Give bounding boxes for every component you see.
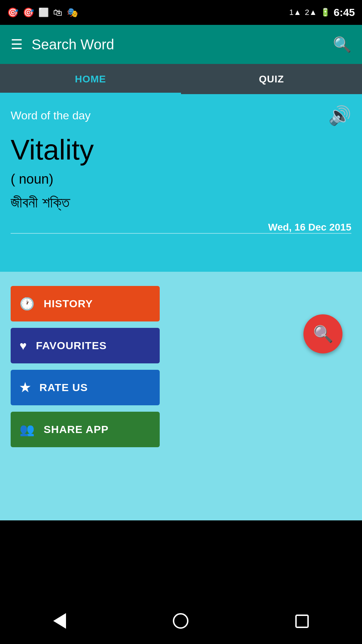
back-icon — [53, 613, 66, 629]
actions-section: 🕐 HISTORY ♥ FAVOURITES ★ RATE US 👥 SHARE… — [0, 272, 362, 520]
signal-2: 2▲ — [305, 8, 317, 17]
favourites-label: FAVOURITES — [36, 340, 106, 352]
history-label: HISTORY — [44, 298, 93, 310]
tab-home-label: HOME — [75, 74, 106, 85]
search-icon-appbar[interactable]: 🔍 — [333, 36, 351, 53]
word-of-day-label: Word of the day — [11, 109, 90, 122]
tab-quiz-label: QUIZ — [259, 74, 284, 85]
bottom-nav — [0, 601, 362, 644]
notification-icon-5: 🎭 — [67, 7, 78, 18]
share-app-icon: 👥 — [20, 422, 35, 437]
favourites-button[interactable]: ♥ FAVOURITES — [11, 328, 160, 363]
tab-quiz[interactable]: QUIZ — [181, 64, 362, 94]
home-icon — [173, 613, 188, 629]
rate-us-icon: ★ — [20, 380, 31, 395]
signal-1: 1▲ — [289, 8, 301, 17]
divider — [11, 233, 351, 234]
recents-icon — [295, 615, 309, 628]
share-app-label: SHARE APP — [44, 423, 109, 435]
tab-home[interactable]: HOME — [0, 64, 181, 94]
app-bar: ☰ Search Word 🔍 — [0, 25, 362, 64]
rate-us-label: RATE US — [39, 381, 88, 394]
favourites-icon: ♥ — [20, 339, 27, 353]
notification-icon-3: ⬜ — [38, 7, 49, 17]
notification-icon-1: 🎯 — [7, 7, 18, 18]
battery-icon: 🔋 — [320, 8, 330, 17]
history-button[interactable]: 🕐 HISTORY — [11, 286, 160, 321]
word-of-day-section: Word of the day 🔊 Vitality ( noun) জীবনী… — [0, 94, 362, 272]
status-bar: 🎯 🎯 ⬜ 🛍 🎭 1▲ 2▲ 🔋 6:45 — [0, 0, 362, 25]
fab-search-icon: 🔍 — [313, 324, 333, 343]
history-icon: 🕐 — [20, 297, 35, 311]
hamburger-icon[interactable]: ☰ — [11, 37, 23, 52]
word-translation: জীবনী শক্তি — [11, 194, 351, 211]
fab-search-button[interactable]: 🔍 — [303, 314, 342, 353]
speaker-icon[interactable]: 🔊 — [328, 105, 351, 126]
status-icons: 🎯 🎯 ⬜ 🛍 🎭 — [7, 7, 78, 18]
rate-us-button[interactable]: ★ RATE US — [11, 370, 160, 405]
notification-icon-2: 🎯 — [23, 7, 34, 18]
recents-button[interactable] — [295, 614, 309, 632]
word-type: ( noun) — [11, 172, 351, 187]
notification-icon-4: 🛍 — [53, 7, 62, 18]
app-title: Search Word — [32, 37, 114, 53]
status-right: 1▲ 2▲ 🔋 6:45 — [289, 6, 355, 18]
home-button[interactable] — [173, 613, 188, 632]
word-date: Wed, 16 Dec 2015 — [11, 222, 351, 233]
share-app-button[interactable]: 👥 SHARE APP — [11, 412, 160, 447]
clock: 6:45 — [334, 6, 355, 18]
word-header: Word of the day 🔊 — [11, 105, 351, 126]
back-button[interactable] — [53, 613, 66, 632]
tab-bar: HOME QUIZ — [0, 64, 362, 94]
app-bar-left: ☰ Search Word — [11, 37, 114, 53]
main-word: Vitality — [11, 134, 351, 166]
